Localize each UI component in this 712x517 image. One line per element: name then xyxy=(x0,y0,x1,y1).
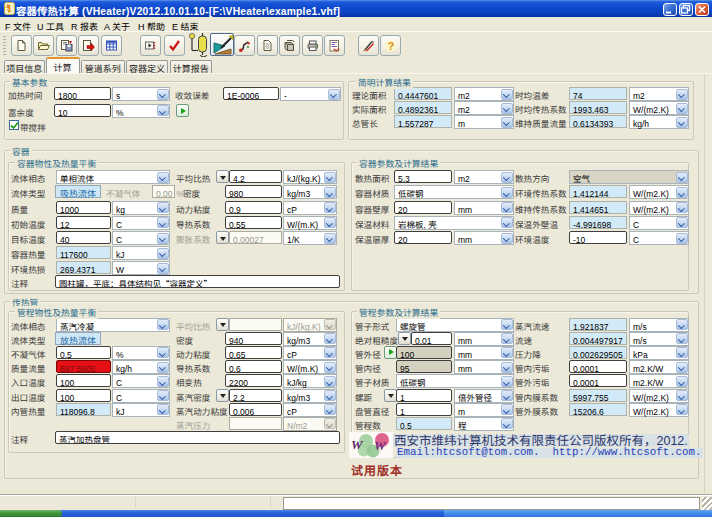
svg-text:W: W xyxy=(351,437,364,452)
svg-text:?: ? xyxy=(387,40,394,52)
svg-text:W: W xyxy=(374,438,387,453)
